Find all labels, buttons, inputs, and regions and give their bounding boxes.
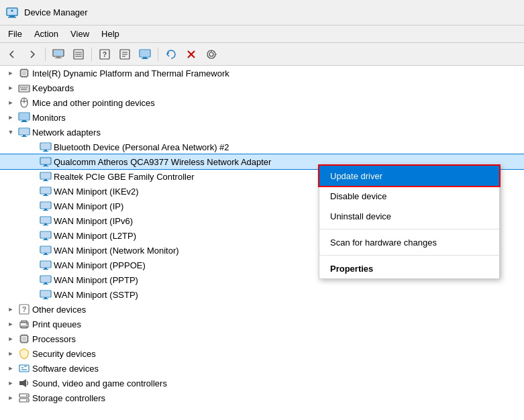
svg-rect-6: [56, 56, 60, 58]
back-icon: [7, 49, 17, 60]
computer-button[interactable]: [49, 46, 68, 63]
ctx-item-properties[interactable]: Properties: [319, 258, 499, 278]
item-label-qualcomm: Qualcomm Atheros QCA9377 Wireless Networ…: [54, 157, 271, 167]
network-icon: [40, 215, 52, 227]
svg-rect-97: [44, 282, 47, 284]
menu-file[interactable]: File: [3, 28, 28, 40]
network-icon: [18, 126, 30, 138]
item-label-wan3: WAN Miniport (IPv6): [54, 216, 133, 226]
menu-help[interactable]: Help: [96, 28, 125, 40]
properties-button[interactable]: [115, 46, 134, 63]
svg-rect-66: [43, 166, 48, 166]
update-button[interactable]: [162, 46, 180, 63]
tree-item-keyboards[interactable]: ►Keyboards: [0, 81, 524, 95]
expand-icon-wan1: [27, 186, 38, 197]
network-icon: [40, 185, 52, 197]
svg-rect-86: [43, 240, 48, 240]
svg-rect-101: [44, 297, 47, 299]
expand-icon-wan8: [27, 289, 38, 300]
svg-rect-65: [44, 164, 47, 166]
computer-icon: [52, 49, 64, 60]
tree-item-bluetooth[interactable]: Bluetooth Device (Personal Area Network)…: [0, 140, 524, 154]
svg-rect-74: [43, 195, 48, 196]
svg-rect-56: [19, 129, 29, 134]
context-menu-separator: [319, 255, 499, 256]
svg-rect-69: [44, 179, 47, 180]
tree-item-security[interactable]: ►Security devices: [0, 346, 524, 361]
svg-point-131: [26, 400, 28, 401]
svg-rect-70: [43, 180, 48, 181]
menu-view[interactable]: View: [65, 28, 95, 40]
svg-rect-78: [43, 210, 48, 211]
svg-rect-53: [22, 120, 26, 121]
update-icon: [166, 49, 176, 60]
svg-rect-94: [43, 269, 48, 270]
back-button[interactable]: [3, 46, 21, 63]
item-label-security: Security devices: [32, 349, 96, 359]
svg-point-130: [26, 395, 28, 397]
expand-icon-intel: ►: [5, 68, 16, 78]
monitor-button[interactable]: [136, 46, 154, 63]
other-icon: ?: [18, 303, 30, 315]
expand-icon-sound: ►: [5, 378, 16, 388]
tree-item-software[interactable]: ►Software devices: [0, 361, 524, 376]
svg-point-108: [26, 323, 28, 325]
svg-rect-62: [43, 151, 48, 152]
properties-icon: [119, 49, 130, 60]
item-label-sound: Sound, video and game controllers: [32, 378, 167, 388]
svg-rect-102: [43, 299, 48, 299]
tree-item-wan8[interactable]: WAN Miniport (SSTP): [0, 287, 524, 302]
ctx-item-uninstall-device[interactable]: Uninstall device: [319, 206, 499, 226]
list-button[interactable]: [69, 46, 88, 63]
tree-item-sound[interactable]: ►Sound, video and game controllers: [0, 376, 524, 390]
processor-icon: [18, 333, 30, 345]
svg-rect-88: [41, 247, 50, 252]
network-icon: [40, 259, 52, 271]
item-label-wan6: WAN Miniport (PPPOE): [54, 260, 146, 270]
scan-button[interactable]: [202, 46, 221, 63]
tree-item-processors[interactable]: ►Processors: [0, 331, 524, 346]
expand-icon-wan2: [27, 201, 38, 211]
expand-icon-software: ►: [5, 363, 16, 374]
svg-rect-72: [41, 188, 50, 193]
separator-3: [158, 48, 158, 61]
item-label-wan4: WAN Miniport (L2TP): [54, 231, 136, 241]
svg-rect-93: [44, 268, 47, 269]
ctx-item-update-driver[interactable]: Update driver: [319, 166, 499, 186]
expand-icon-wan3: [27, 215, 38, 226]
svg-rect-21: [142, 58, 148, 59]
help-button[interactable]: ?: [95, 46, 114, 63]
menu-action[interactable]: Action: [29, 28, 64, 40]
svg-rect-110: [22, 337, 26, 341]
svg-rect-60: [41, 144, 50, 149]
expand-icon-realtek: [27, 171, 38, 182]
tree-item-intel[interactable]: ►Intel(R) Dynamic Platform and Thermal F…: [0, 66, 524, 81]
item-label-other: Other devices: [32, 305, 86, 315]
forward-button[interactable]: [23, 46, 42, 63]
svg-rect-84: [41, 232, 50, 238]
network-icon: [40, 170, 52, 182]
separator-2: [91, 48, 92, 61]
svg-rect-20: [143, 57, 147, 58]
svg-rect-81: [44, 223, 47, 225]
help-icon: ?: [99, 49, 110, 60]
remove-button[interactable]: [182, 46, 201, 63]
tree-item-print[interactable]: ►Print queues: [0, 317, 524, 331]
network-icon: [40, 229, 52, 242]
expand-icon-monitors: ►: [5, 112, 16, 123]
item-label-network: Network adapters: [32, 127, 101, 138]
ctx-item-scan-hardware[interactable]: Scan for hardware changes: [319, 232, 499, 252]
expand-icon-wan7: [27, 274, 38, 285]
tree-item-other[interactable]: ►?Other devices: [0, 302, 524, 317]
tree-item-network[interactable]: ▼Network adapters: [0, 125, 524, 140]
software-icon: [18, 362, 30, 374]
svg-rect-77: [44, 209, 47, 210]
tree-item-storage[interactable]: ►Storage controllers: [0, 390, 524, 405]
expand-icon-network: ▼: [5, 127, 16, 138]
tree-item-mice[interactable]: ►Mice and other pointing devices: [0, 95, 524, 110]
list-icon: [73, 49, 84, 60]
ctx-item-disable-device[interactable]: Disable device: [319, 186, 499, 206]
expand-icon-keyboards: ►: [5, 83, 16, 93]
svg-rect-85: [44, 238, 47, 240]
tree-item-monitors[interactable]: ►Monitors: [0, 110, 524, 125]
